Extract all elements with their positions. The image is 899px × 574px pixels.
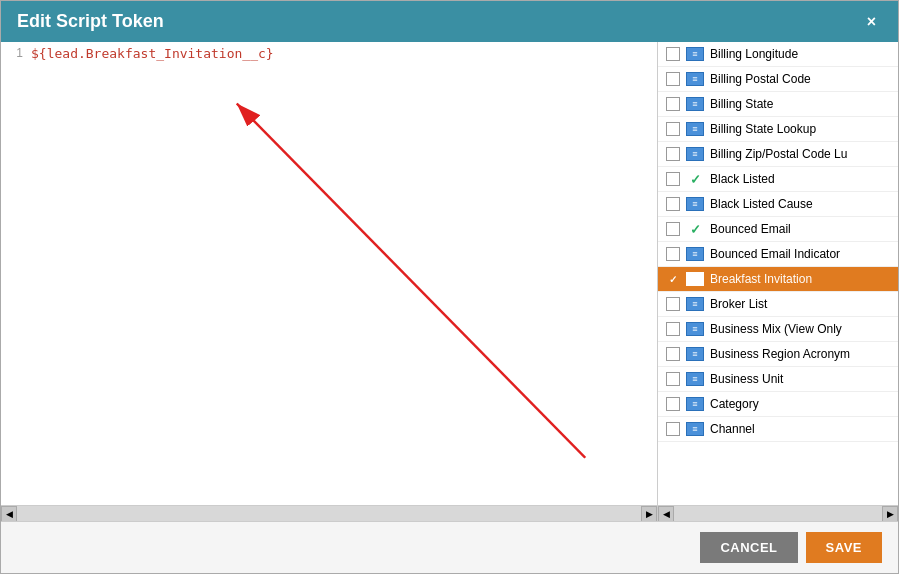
editor-content[interactable]: 1 ${lead.Breakfast_Invitation__c} [1,42,657,505]
field-list[interactable]: ≡Billing Longitude≡Billing Postal Code≡B… [658,42,898,505]
field-checkbox-billing-longitude[interactable] [666,47,680,61]
field-checkbox-black-listed[interactable] [666,172,680,186]
save-button[interactable]: SAVE [806,532,882,563]
field-icon-db-black-listed-cause: ≡ [686,197,704,211]
field-icon-db-billing-longitude: ≡ [686,47,704,61]
svg-line-1 [237,103,586,457]
field-name-bounced-email: Bounced Email [710,222,791,236]
dialog-footer: CANCEL SAVE [1,521,898,573]
field-icon-green-check-bounced-email: ✓ [686,222,704,236]
hscroll-track[interactable] [17,506,641,521]
field-checkbox-billing-state-lookup[interactable] [666,122,680,136]
edit-script-token-dialog: Edit Script Token × 1 ${lead.Breakfast_I… [0,0,899,574]
field-checkbox-broker-list[interactable] [666,297,680,311]
close-button[interactable]: × [861,12,882,32]
hscroll-right-btn[interactable]: ▶ [641,506,657,522]
arrow-annotation [1,42,657,505]
field-name-broker-list: Broker List [710,297,767,311]
editor-horizontal-scrollbar[interactable]: ◀ ▶ [1,505,657,521]
field-hscroll-left-btn[interactable]: ◀ [658,506,674,522]
field-icon-db-category: ≡ [686,397,704,411]
field-name-billing-longitude: Billing Longitude [710,47,798,61]
field-item-business-region-acronym[interactable]: ≡Business Region Acronym [658,342,898,367]
field-checkbox-business-unit[interactable] [666,372,680,386]
field-horizontal-scrollbar[interactable]: ◀ ▶ [658,505,898,521]
field-icon-db-business-unit: ≡ [686,372,704,386]
field-item-broker-list[interactable]: ≡Broker List [658,292,898,317]
field-item-category[interactable]: ≡Category [658,392,898,417]
field-item-billing-zip-postal[interactable]: ≡Billing Zip/Postal Code Lu [658,142,898,167]
field-name-billing-zip-postal: Billing Zip/Postal Code Lu [710,147,847,161]
field-icon-db-channel: ≡ [686,422,704,436]
field-item-business-unit[interactable]: ≡Business Unit [658,367,898,392]
field-name-breakfast-invitation: Breakfast Invitation [710,272,812,286]
line-code: ${lead.Breakfast_Invitation__c} [31,46,274,61]
field-name-billing-postal-code: Billing Postal Code [710,72,811,86]
field-panel: ≡Billing Longitude≡Billing Postal Code≡B… [658,42,898,521]
field-checkbox-bounced-email[interactable] [666,222,680,236]
field-icon-db-business-region-acronym: ≡ [686,347,704,361]
dialog-title: Edit Script Token [17,11,164,32]
field-name-business-mix: Business Mix (View Only [710,322,842,336]
line-number: 1 [1,46,31,60]
field-icon-db-business-mix: ≡ [686,322,704,336]
field-icon-db-billing-zip-postal: ≡ [686,147,704,161]
field-icon-db-billing-state-lookup: ≡ [686,122,704,136]
field-icon-db-billing-postal-code: ≡ [686,72,704,86]
editor-panel: 1 ${lead.Breakfast_Invitation__c} ◀ ▶ [1,42,658,521]
field-checkbox-billing-state[interactable] [666,97,680,111]
field-item-black-listed[interactable]: ✓Black Listed [658,167,898,192]
field-name-category: Category [710,397,759,411]
field-name-business-region-acronym: Business Region Acronym [710,347,850,361]
field-item-channel[interactable]: ≡Channel [658,417,898,442]
field-icon-db-broker-list: ≡ [686,297,704,311]
field-item-billing-postal-code[interactable]: ≡Billing Postal Code [658,67,898,92]
editor-line-1: 1 ${lead.Breakfast_Invitation__c} [1,42,657,65]
field-checkbox-category[interactable] [666,397,680,411]
field-item-black-listed-cause[interactable]: ≡Black Listed Cause [658,192,898,217]
dialog-header: Edit Script Token × [1,1,898,42]
field-item-bounced-email-indicator[interactable]: ≡Bounced Email Indicator [658,242,898,267]
field-icon-db-bounced-email-indicator: ≡ [686,247,704,261]
field-checkbox-business-region-acronym[interactable] [666,347,680,361]
field-name-billing-state: Billing State [710,97,773,111]
field-checkbox-black-listed-cause[interactable] [666,197,680,211]
field-name-black-listed-cause: Black Listed Cause [710,197,813,211]
hscroll-left-btn[interactable]: ◀ [1,506,17,522]
field-name-black-listed: Black Listed [710,172,775,186]
field-item-billing-longitude[interactable]: ≡Billing Longitude [658,42,898,67]
field-item-breakfast-invitation[interactable]: ✓✓Breakfast Invitation [658,267,898,292]
field-checkbox-breakfast-invitation[interactable]: ✓ [666,272,680,286]
field-item-business-mix[interactable]: ≡Business Mix (View Only [658,317,898,342]
field-item-billing-state-lookup[interactable]: ≡Billing State Lookup [658,117,898,142]
field-item-bounced-email[interactable]: ✓Bounced Email [658,217,898,242]
field-name-business-unit: Business Unit [710,372,783,386]
field-name-channel: Channel [710,422,755,436]
field-name-billing-state-lookup: Billing State Lookup [710,122,816,136]
field-checkbox-bounced-email-indicator[interactable] [666,247,680,261]
field-item-billing-state[interactable]: ≡Billing State [658,92,898,117]
cancel-button[interactable]: CANCEL [700,532,797,563]
field-hscroll-right-btn[interactable]: ▶ [882,506,898,522]
field-checkbox-business-mix[interactable] [666,322,680,336]
dialog-body: 1 ${lead.Breakfast_Invitation__c} ◀ ▶ [1,42,898,521]
field-name-bounced-email-indicator: Bounced Email Indicator [710,247,840,261]
field-checkbox-billing-zip-postal[interactable] [666,147,680,161]
field-icon-db-billing-state: ≡ [686,97,704,111]
field-checkbox-billing-postal-code[interactable] [666,72,680,86]
field-icon-green-check-breakfast-invitation: ✓ [686,272,704,286]
field-checkbox-channel[interactable] [666,422,680,436]
field-icon-green-check-black-listed: ✓ [686,172,704,186]
field-hscroll-track[interactable] [674,506,882,521]
